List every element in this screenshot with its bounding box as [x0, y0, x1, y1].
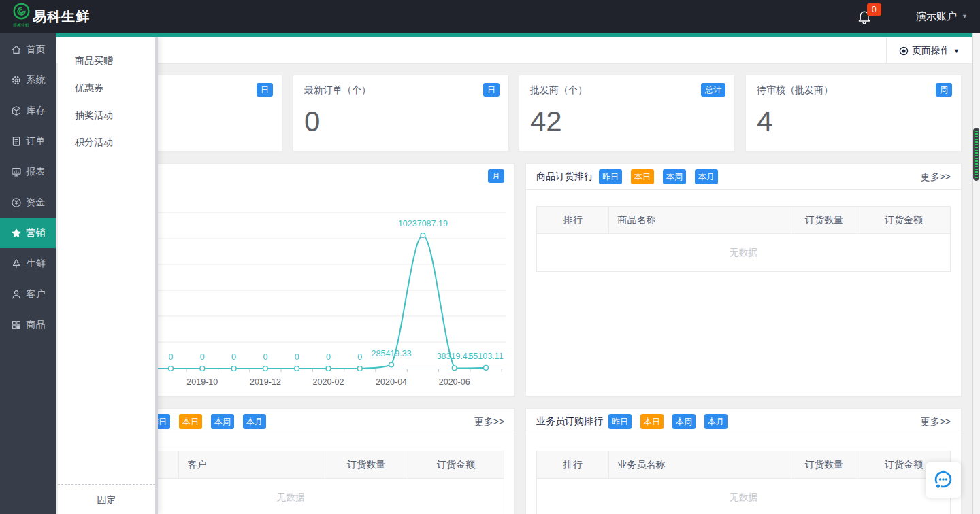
chart-x-tick-label: 2020-04 [376, 377, 407, 387]
tab-today[interactable]: 本日 [631, 169, 654, 184]
chart-point [263, 366, 268, 371]
person-icon [11, 289, 22, 300]
column-header: 订货金额 [408, 451, 504, 479]
star-icon [11, 228, 22, 239]
product-rank-table: 排行 商品名称 订货数量 订货金额 无数据 [536, 206, 951, 272]
notification-count-badge: 0 [867, 3, 881, 16]
sidebar-item-label: 生鲜 [27, 258, 46, 270]
action-bar: 页面操作 ▼ [56, 37, 972, 64]
tab-this-week[interactable]: 本周 [672, 414, 696, 429]
column-header: 订货数量 [791, 451, 857, 479]
flyout-scrollbar[interactable] [155, 37, 158, 514]
period-badge: 总计 [701, 83, 725, 97]
chart-x-tick-label: 2019-12 [250, 377, 281, 387]
bell-icon [856, 17, 872, 29]
period-badge: 月 [488, 169, 504, 183]
stat-value: 0 [304, 105, 320, 138]
account-menu[interactable]: 演示账户 ▼ [916, 0, 968, 33]
pin-submenu-button[interactable]: 固定 [58, 484, 155, 514]
salesman-rank-table: 排行 业务员名称 订货数量 订货金额 无数据 [536, 451, 951, 514]
stat-title: 批发商（个） [530, 84, 587, 97]
sidebar-item-label: 商品 [27, 319, 46, 331]
more-link[interactable]: 更多>> [921, 164, 951, 190]
stat-card-wholesalers: 批发商（个） 总计 42 [519, 75, 735, 152]
sidebar-item-system[interactable]: 系统 [0, 65, 56, 95]
more-link[interactable]: 更多>> [474, 409, 504, 434]
chevron-down-icon: ▼ [962, 13, 968, 20]
chart-line [114, 235, 486, 369]
page-actions-button[interactable]: 页面操作 ▼ [886, 37, 972, 64]
panel-header: 商品订货排行 昨日 本日 本周 本月 更多>> [526, 164, 961, 190]
more-link[interactable]: 更多>> [921, 409, 951, 434]
stat-title: 待审核（批发商） [757, 84, 833, 97]
notifications-button[interactable]: 0 [856, 5, 879, 29]
chat-bubble-icon [932, 469, 954, 491]
app-title: 易科生鲜 [33, 0, 90, 33]
chart-point-label: 285419.33 [372, 349, 412, 358]
period-badge: 周 [936, 83, 952, 97]
sidebar-item-label: 资金 [27, 196, 46, 209]
logo-caption: 摆摊生鲜 [7, 23, 35, 28]
tab-this-month[interactable]: 本月 [243, 414, 266, 429]
tab-today[interactable]: 本日 [640, 414, 664, 429]
period-badge: 日 [483, 83, 500, 97]
chart-point-label: 0 [263, 352, 267, 362]
column-header: 排行 [537, 207, 609, 234]
chart-point [169, 366, 174, 371]
sidebar-item-customers[interactable]: 客户 [0, 279, 56, 309]
grid-icon [11, 320, 22, 330]
sidebar-item-fresh[interactable]: 生鲜 [0, 248, 56, 279]
page-scrollbar[interactable] [972, 33, 980, 514]
chart-point-label: 0 [169, 352, 174, 362]
marketing-submenu-flyout: 商品买赠 优惠券 抽奖活动 积分活动 固定 [58, 37, 158, 514]
tab-this-month[interactable]: 本月 [704, 414, 728, 429]
sidebar-item-label: 库存 [27, 105, 46, 117]
panel-title: 业务员订购排行 [536, 415, 603, 428]
sidebar-item-home[interactable]: 首页 [0, 34, 56, 65]
sidebar-item-products[interactable]: 商品 [0, 309, 56, 340]
submenu-item-coupons[interactable]: 优惠券 [58, 74, 158, 101]
sidebar-item-reports[interactable]: 报表 [0, 156, 56, 187]
sidebar-item-orders[interactable]: 订单 [0, 126, 56, 156]
submenu-item-gift-promo[interactable]: 商品买赠 [58, 47, 158, 74]
home-icon [11, 44, 22, 55]
panel-title: 商品订货排行 [536, 171, 593, 183]
chevron-down-icon: ▼ [953, 48, 960, 54]
column-header: 订货数量 [325, 451, 408, 479]
chart-x-tick-label: 2020-06 [439, 377, 470, 387]
gear-icon [11, 75, 22, 86]
chart-x-tick-label: 2020-02 [313, 377, 344, 387]
sidebar-item-marketing[interactable]: 营销 [0, 218, 56, 248]
chart-point [421, 233, 425, 238]
column-header: 业务员名称 [609, 451, 791, 479]
main-content: 页面操作 ▼ 日 最新订单（个） 日 0 批发商（个） 总计 42 待审核（批发… [56, 37, 972, 514]
chart-point [389, 362, 394, 367]
tab-this-week[interactable]: 本周 [211, 414, 234, 429]
chart-point-label: 10237087.19 [398, 219, 448, 228]
stat-card-pending-review: 待审核（批发商） 周 4 [745, 75, 962, 152]
submenu-item-lottery[interactable]: 抽奖活动 [58, 101, 158, 128]
tab-this-week[interactable]: 本周 [663, 169, 686, 184]
sidebar-item-inventory[interactable]: 库存 [0, 95, 56, 126]
tab-yesterday[interactable]: 昨日 [608, 414, 632, 429]
radio-icon [899, 46, 909, 56]
scrollbar-thumb[interactable] [973, 128, 979, 181]
account-name: 演示账户 [916, 10, 957, 23]
presentation-icon [11, 167, 22, 177]
app-logo[interactable]: 摆摊生鲜 [7, 2, 35, 32]
tab-yesterday[interactable]: 昨日 [599, 169, 622, 184]
submenu-item-points[interactable]: 积分活动 [58, 128, 158, 156]
chart-point [200, 366, 205, 371]
tab-today[interactable]: 本日 [179, 414, 202, 429]
customer-service-button[interactable] [926, 462, 961, 498]
chart-point [326, 366, 331, 371]
chart-point-label: 0 [231, 352, 236, 362]
stat-value: 4 [757, 105, 772, 138]
chart-point [295, 366, 299, 371]
column-header: 订货数量 [791, 207, 857, 234]
sidebar-item-funds[interactable]: 资金 [0, 187, 56, 218]
sidebar-item-label: 订单 [27, 135, 46, 148]
chart-point [231, 366, 236, 371]
sidebar: 首页 系统 库存 订单 报表 [0, 33, 56, 514]
tab-this-month[interactable]: 本月 [695, 169, 718, 184]
